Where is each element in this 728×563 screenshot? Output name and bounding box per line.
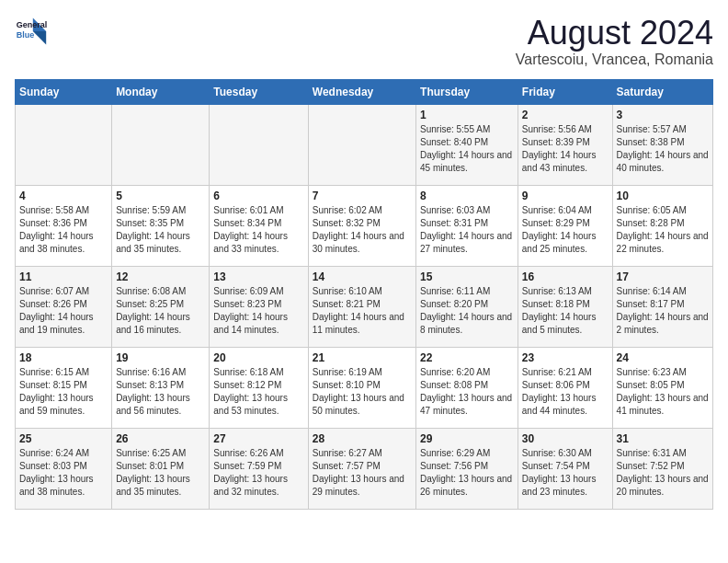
calendar-cell: 11Sunrise: 6:07 AM Sunset: 8:26 PM Dayli… bbox=[16, 266, 112, 347]
subtitle: Vartescoiu, Vrancea, Romania bbox=[516, 52, 713, 68]
svg-text:General: General bbox=[17, 20, 48, 29]
calendar-cell: 17Sunrise: 6:14 AM Sunset: 8:17 PM Dayli… bbox=[612, 266, 712, 347]
calendar-cell: 30Sunrise: 6:30 AM Sunset: 7:54 PM Dayli… bbox=[518, 428, 612, 509]
day-number: 16 bbox=[522, 270, 609, 283]
day-number: 26 bbox=[116, 432, 205, 445]
day-number: 17 bbox=[617, 270, 709, 283]
day-number: 19 bbox=[116, 351, 205, 364]
day-number: 6 bbox=[213, 190, 303, 202]
day-number: 31 bbox=[617, 432, 709, 445]
day-info: Sunrise: 6:15 AM Sunset: 8:15 PM Dayligh… bbox=[19, 366, 108, 418]
calendar-week-row: 4Sunrise: 5:58 AM Sunset: 8:36 PM Daylig… bbox=[16, 185, 713, 266]
calendar-cell bbox=[16, 104, 112, 185]
calendar-cell: 13Sunrise: 6:09 AM Sunset: 8:23 PM Dayli… bbox=[210, 266, 308, 347]
calendar-cell bbox=[308, 104, 415, 185]
calendar-cell: 3Sunrise: 5:57 AM Sunset: 8:38 PM Daylig… bbox=[612, 104, 712, 185]
day-number: 22 bbox=[420, 351, 514, 364]
day-number: 27 bbox=[213, 432, 303, 445]
day-info: Sunrise: 6:30 AM Sunset: 7:54 PM Dayligh… bbox=[522, 447, 609, 499]
svg-marker-1 bbox=[33, 31, 46, 44]
day-info: Sunrise: 6:01 AM Sunset: 8:34 PM Dayligh… bbox=[213, 204, 303, 256]
day-number: 24 bbox=[617, 351, 709, 364]
day-number: 15 bbox=[420, 270, 514, 283]
calendar-cell: 23Sunrise: 6:21 AM Sunset: 8:06 PM Dayli… bbox=[518, 347, 612, 428]
day-info: Sunrise: 6:29 AM Sunset: 7:56 PM Dayligh… bbox=[420, 447, 514, 499]
day-number: 9 bbox=[522, 190, 609, 202]
day-number: 20 bbox=[213, 351, 303, 364]
weekday-header: Wednesday bbox=[308, 79, 415, 104]
day-info: Sunrise: 6:11 AM Sunset: 8:20 PM Dayligh… bbox=[420, 285, 514, 337]
weekday-header: Thursday bbox=[416, 79, 518, 104]
day-info: Sunrise: 6:21 AM Sunset: 8:06 PM Dayligh… bbox=[522, 366, 609, 418]
day-info: Sunrise: 5:57 AM Sunset: 8:38 PM Dayligh… bbox=[617, 123, 709, 175]
calendar-cell: 20Sunrise: 6:18 AM Sunset: 8:12 PM Dayli… bbox=[210, 347, 308, 428]
calendar-cell: 5Sunrise: 5:59 AM Sunset: 8:35 PM Daylig… bbox=[112, 185, 210, 266]
calendar-cell: 27Sunrise: 6:26 AM Sunset: 7:59 PM Dayli… bbox=[210, 428, 308, 509]
calendar-cell: 24Sunrise: 6:23 AM Sunset: 8:05 PM Dayli… bbox=[612, 347, 712, 428]
day-info: Sunrise: 5:56 AM Sunset: 8:39 PM Dayligh… bbox=[522, 123, 609, 175]
day-info: Sunrise: 6:31 AM Sunset: 7:52 PM Dayligh… bbox=[617, 447, 709, 499]
day-number: 13 bbox=[213, 270, 303, 283]
day-number: 2 bbox=[522, 109, 609, 121]
logo: General Blue bbox=[15, 15, 48, 48]
day-number: 14 bbox=[313, 270, 412, 283]
day-info: Sunrise: 6:13 AM Sunset: 8:18 PM Dayligh… bbox=[522, 285, 609, 337]
day-number: 25 bbox=[19, 432, 108, 445]
day-number: 23 bbox=[522, 351, 609, 364]
day-info: Sunrise: 5:55 AM Sunset: 8:40 PM Dayligh… bbox=[420, 123, 514, 175]
calendar-cell: 18Sunrise: 6:15 AM Sunset: 8:15 PM Dayli… bbox=[16, 347, 112, 428]
day-number: 3 bbox=[617, 109, 709, 121]
calendar-week-row: 1Sunrise: 5:55 AM Sunset: 8:40 PM Daylig… bbox=[16, 104, 713, 185]
calendar-cell: 26Sunrise: 6:25 AM Sunset: 8:01 PM Dayli… bbox=[112, 428, 210, 509]
calendar-week-row: 25Sunrise: 6:24 AM Sunset: 8:03 PM Dayli… bbox=[16, 428, 713, 509]
day-info: Sunrise: 6:08 AM Sunset: 8:25 PM Dayligh… bbox=[116, 285, 205, 337]
calendar-cell: 10Sunrise: 6:05 AM Sunset: 8:28 PM Dayli… bbox=[612, 185, 712, 266]
calendar-week-row: 11Sunrise: 6:07 AM Sunset: 8:26 PM Dayli… bbox=[16, 266, 713, 347]
day-info: Sunrise: 6:04 AM Sunset: 8:29 PM Dayligh… bbox=[522, 204, 609, 256]
day-info: Sunrise: 6:24 AM Sunset: 8:03 PM Dayligh… bbox=[19, 447, 108, 499]
calendar-cell: 7Sunrise: 6:02 AM Sunset: 8:32 PM Daylig… bbox=[308, 185, 415, 266]
day-info: Sunrise: 6:20 AM Sunset: 8:08 PM Dayligh… bbox=[420, 366, 514, 418]
day-info: Sunrise: 5:59 AM Sunset: 8:35 PM Dayligh… bbox=[116, 204, 205, 256]
logo-icon: General Blue bbox=[15, 15, 48, 48]
day-number: 10 bbox=[617, 190, 709, 202]
calendar-cell: 2Sunrise: 5:56 AM Sunset: 8:39 PM Daylig… bbox=[518, 104, 612, 185]
calendar-cell: 14Sunrise: 6:10 AM Sunset: 8:21 PM Dayli… bbox=[308, 266, 415, 347]
calendar-cell: 28Sunrise: 6:27 AM Sunset: 7:57 PM Dayli… bbox=[308, 428, 415, 509]
day-info: Sunrise: 6:05 AM Sunset: 8:28 PM Dayligh… bbox=[617, 204, 709, 256]
weekday-header: Tuesday bbox=[210, 79, 308, 104]
day-info: Sunrise: 6:18 AM Sunset: 8:12 PM Dayligh… bbox=[213, 366, 303, 418]
day-number: 29 bbox=[420, 432, 514, 445]
calendar-cell bbox=[210, 104, 308, 185]
day-info: Sunrise: 6:02 AM Sunset: 8:32 PM Dayligh… bbox=[313, 204, 412, 256]
main-title: August 2024 bbox=[516, 15, 713, 52]
weekday-header: Saturday bbox=[612, 79, 712, 104]
day-info: Sunrise: 6:14 AM Sunset: 8:17 PM Dayligh… bbox=[617, 285, 709, 337]
day-number: 11 bbox=[19, 270, 108, 283]
day-info: Sunrise: 6:27 AM Sunset: 7:57 PM Dayligh… bbox=[313, 447, 412, 499]
day-number: 21 bbox=[313, 351, 412, 364]
day-number: 12 bbox=[116, 270, 205, 283]
calendar-week-row: 18Sunrise: 6:15 AM Sunset: 8:15 PM Dayli… bbox=[16, 347, 713, 428]
calendar-cell: 9Sunrise: 6:04 AM Sunset: 8:29 PM Daylig… bbox=[518, 185, 612, 266]
day-number: 28 bbox=[313, 432, 412, 445]
day-info: Sunrise: 6:19 AM Sunset: 8:10 PM Dayligh… bbox=[313, 366, 412, 418]
calendar-cell: 25Sunrise: 6:24 AM Sunset: 8:03 PM Dayli… bbox=[16, 428, 112, 509]
calendar-cell: 8Sunrise: 6:03 AM Sunset: 8:31 PM Daylig… bbox=[416, 185, 518, 266]
calendar-cell: 1Sunrise: 5:55 AM Sunset: 8:40 PM Daylig… bbox=[416, 104, 518, 185]
calendar-cell: 4Sunrise: 5:58 AM Sunset: 8:36 PM Daylig… bbox=[16, 185, 112, 266]
calendar-header-row: SundayMondayTuesdayWednesdayThursdayFrid… bbox=[16, 79, 713, 104]
calendar-cell: 22Sunrise: 6:20 AM Sunset: 8:08 PM Dayli… bbox=[416, 347, 518, 428]
day-info: Sunrise: 6:03 AM Sunset: 8:31 PM Dayligh… bbox=[420, 204, 514, 256]
calendar-cell: 19Sunrise: 6:16 AM Sunset: 8:13 PM Dayli… bbox=[112, 347, 210, 428]
calendar-cell: 12Sunrise: 6:08 AM Sunset: 8:25 PM Dayli… bbox=[112, 266, 210, 347]
day-info: Sunrise: 6:16 AM Sunset: 8:13 PM Dayligh… bbox=[116, 366, 205, 418]
day-number: 30 bbox=[522, 432, 609, 445]
day-info: Sunrise: 5:58 AM Sunset: 8:36 PM Dayligh… bbox=[19, 204, 108, 256]
day-number: 5 bbox=[116, 190, 205, 202]
day-info: Sunrise: 6:26 AM Sunset: 7:59 PM Dayligh… bbox=[213, 447, 303, 499]
day-info: Sunrise: 6:07 AM Sunset: 8:26 PM Dayligh… bbox=[19, 285, 108, 337]
weekday-header: Friday bbox=[518, 79, 612, 104]
day-info: Sunrise: 6:23 AM Sunset: 8:05 PM Dayligh… bbox=[617, 366, 709, 418]
calendar-table: SundayMondayTuesdayWednesdayThursdayFrid… bbox=[15, 79, 713, 510]
